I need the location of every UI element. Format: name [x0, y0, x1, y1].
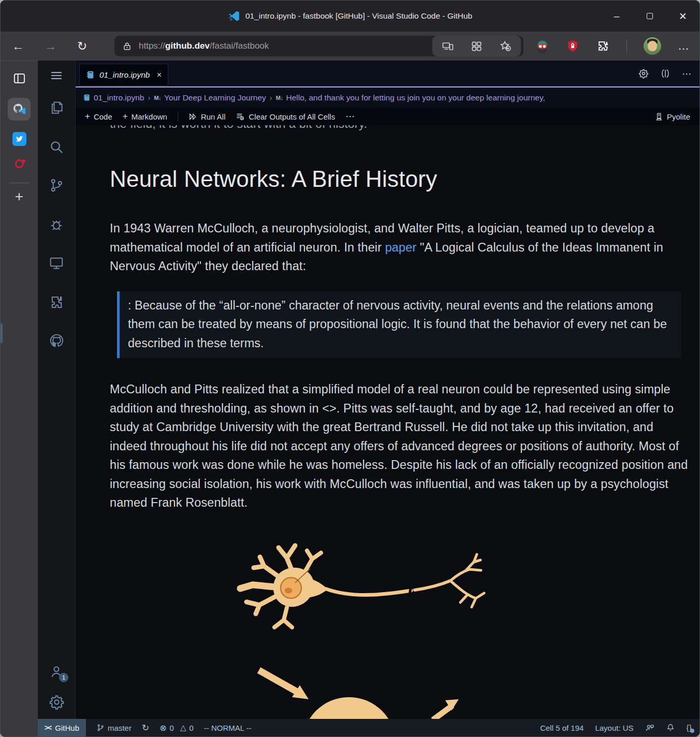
red-circle-tab-icon[interactable]: [15, 159, 24, 168]
breadcrumb-label: 01_intro.ipynb: [94, 93, 144, 102]
markdown-cell-icon: M↓: [154, 95, 161, 101]
breadcrumb-label: Hello, and thank you for letting us join…: [286, 93, 545, 102]
accounts-badge: 1: [59, 673, 68, 682]
layout-indicator[interactable]: Layout: US: [595, 724, 633, 732]
browser-menu-button[interactable]: …: [678, 39, 690, 53]
error-icon: ⊗: [159, 723, 166, 733]
tab-close-icon[interactable]: ×: [156, 70, 162, 80]
sidebar-scroll-indicator: [1, 323, 3, 343]
run-all-icon: [188, 112, 197, 121]
window-controls: – ✕: [600, 1, 699, 32]
github-icon[interactable]: [44, 332, 69, 349]
breadcrumb-cell[interactable]: M↓ Hello, and thank you for letting us j…: [276, 93, 545, 102]
add-favorite-icon[interactable]: [499, 40, 512, 52]
kernel-picker-button[interactable]: Pyolite: [654, 112, 690, 121]
edge-sidebar: +: [1, 61, 38, 736]
forward-button[interactable]: →: [45, 39, 56, 53]
browser-window: 01_intro.ipynb - fastbook [GitHub] - Vis…: [0, 0, 700, 737]
menu-hamburger-icon[interactable]: [44, 67, 69, 84]
maximize-icon: [647, 13, 653, 19]
sync-button[interactable]: ↻: [142, 723, 149, 733]
breadcrumb-separator: ›: [270, 93, 272, 102]
branch-indicator[interactable]: master: [96, 724, 132, 732]
add-code-cell-button[interactable]: +Code: [85, 111, 112, 122]
close-button[interactable]: ✕: [666, 1, 699, 32]
vim-mode-indicator[interactable]: -- NORMAL --: [204, 724, 252, 732]
clear-outputs-icon: [236, 112, 245, 121]
tab-bar: 01_intro.ipynb × ⋯: [76, 61, 699, 87]
new-tab-button[interactable]: +: [15, 189, 23, 204]
settings-gear-icon[interactable]: [44, 693, 69, 711]
send-to-devices-icon[interactable]: [442, 40, 454, 52]
remote-indicator[interactable]: >< GitHub: [38, 719, 86, 736]
breadcrumb-label: Your Deep Learning Journey: [164, 93, 266, 102]
editor-group: 01_intro.ipynb × ⋯: [76, 61, 699, 719]
branch-icon: [96, 724, 105, 732]
split-editor-icon[interactable]: [660, 68, 670, 79]
add-markdown-cell-button[interactable]: +Markdown: [123, 111, 167, 122]
paragraph-mcculloch: In 1943 Warren McCulloch, a neurophysiol…: [110, 219, 688, 276]
minimize-button[interactable]: –: [600, 1, 633, 32]
collections-icon[interactable]: [471, 40, 483, 52]
lock-icon[interactable]: [122, 41, 132, 51]
editor-settings-gear-icon[interactable]: [638, 68, 649, 79]
clear-outputs-button[interactable]: Clear Outputs of All Cells: [236, 112, 335, 121]
paper-link[interactable]: paper: [385, 241, 417, 254]
breadcrumb-separator: ›: [148, 93, 150, 102]
feedback-icon[interactable]: [645, 723, 654, 732]
titlebar: 01_intro.ipynb - fastbook [GitHub] - Vis…: [1, 1, 699, 32]
editor-more-actions-icon[interactable]: ⋯: [682, 68, 692, 80]
search-icon[interactable]: [44, 138, 69, 156]
vscode-workbench: 1 01_intro.ipynb ×: [38, 61, 699, 719]
tab-label: 01_intro.ipynb: [99, 70, 150, 80]
notebook-toolbar: +Code +Markdown Run All Clear Outputs of…: [76, 108, 699, 125]
vscode-logo-icon: [228, 10, 240, 22]
vertical-tabs-icon[interactable]: [12, 71, 26, 85]
source-control-icon[interactable]: [44, 176, 69, 194]
maximize-button[interactable]: [633, 1, 666, 32]
neuron-model-illustration-clipped: [225, 665, 525, 719]
notifications-bell-icon[interactable]: [666, 723, 675, 732]
markdown-cell-icon: M↓: [276, 95, 283, 101]
url-text: https://github.dev/fastai/fastbook: [139, 41, 432, 51]
github-dev-tab-icon[interactable]: [8, 98, 31, 121]
toolbar-divider: [626, 39, 628, 53]
neuron-illustration: [208, 539, 488, 643]
remote-icon: ><: [45, 724, 51, 732]
address-bar-actions: [432, 36, 521, 56]
tab-01-intro[interactable]: 01_intro.ipynb ×: [79, 64, 168, 86]
notebook-more-actions-icon[interactable]: ⋯: [345, 111, 355, 122]
breadcrumbs: 01_intro.ipynb › M↓ Your Deep Learning J…: [76, 87, 699, 108]
back-button[interactable]: ←: [12, 39, 24, 53]
section-heading: Neural Networks: A Brief History: [110, 166, 688, 192]
run-all-button[interactable]: Run All: [188, 112, 226, 121]
extension-avatar-icon[interactable]: [535, 39, 549, 53]
refresh-button[interactable]: ↻: [77, 39, 87, 53]
remote-explorer-icon[interactable]: [44, 254, 69, 272]
toolbar-divider: [178, 111, 178, 122]
address-bar[interactable]: https://github.dev/fastai/fastbook: [114, 36, 523, 56]
problems-indicator[interactable]: ⊗ 0 △ 0: [159, 723, 194, 733]
breadcrumb-section[interactable]: M↓ Your Deep Learning Journey: [154, 93, 266, 102]
window-title: 01_intro.ipynb - fastbook [GitHub] - Vis…: [245, 11, 472, 21]
clipped-previous-cell-text: the field, it is worth it to start with …: [110, 125, 688, 133]
browser-toolbar: ← → ↻ https://github.dev/fastai/fastbook: [1, 32, 699, 61]
braces-indicator-icon[interactable]: {}: [687, 724, 692, 732]
status-bar: >< GitHub master ↻ ⊗ 0 △ 0 -- NORMAL -- …: [38, 719, 699, 736]
url-scheme: https://: [139, 41, 165, 51]
url-domain: github.dev: [165, 41, 210, 51]
extensions-icon[interactable]: [44, 293, 69, 311]
debug-icon[interactable]: [44, 216, 69, 233]
url-path: /fastai/fastbook: [210, 41, 269, 51]
adblock-shield-icon[interactable]: [566, 39, 579, 53]
activity-bar: 1: [38, 61, 76, 719]
breadcrumb-file[interactable]: 01_intro.ipynb: [83, 93, 144, 102]
explorer-icon[interactable]: [44, 99, 69, 116]
twitter-tab-icon[interactable]: [12, 132, 26, 146]
paragraph-pitts: McCulloch and Pitts realized that a simp…: [110, 380, 688, 512]
accounts-icon[interactable]: 1: [44, 663, 69, 681]
profile-avatar[interactable]: [644, 37, 661, 55]
extensions-puzzle-icon[interactable]: [596, 39, 610, 53]
cell-indicator[interactable]: Cell 5 of 194: [540, 724, 584, 732]
notebook-content: the field, it is worth it to start with …: [76, 125, 699, 719]
